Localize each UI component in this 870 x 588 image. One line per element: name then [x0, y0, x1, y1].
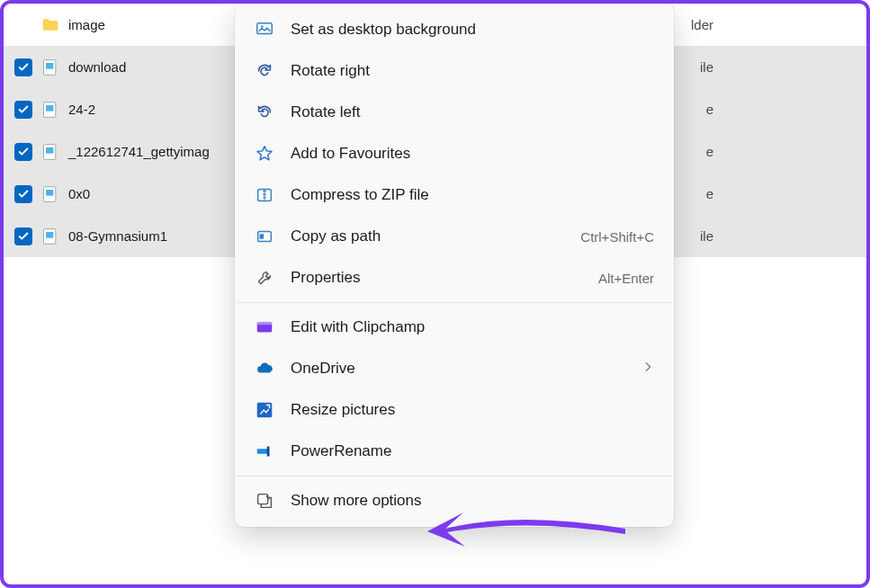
rotate-right-icon: [255, 61, 274, 81]
file-name: image: [68, 17, 221, 32]
svg-rect-16: [257, 323, 273, 325]
file-name: _122612741_gettyimag: [68, 144, 221, 159]
more-icon: [255, 491, 274, 511]
file-type: ile: [700, 59, 713, 75]
menu-label: Set as desktop background: [291, 21, 654, 39]
file-name: download: [68, 59, 221, 75]
clipchamp-icon: [255, 317, 274, 337]
file-name: 24-2: [68, 102, 221, 117]
menu-powerrename[interactable]: PowerRename: [235, 431, 674, 472]
onedrive-icon: [255, 359, 274, 379]
svg-rect-14: [260, 234, 265, 239]
powerrename-icon: [255, 441, 274, 461]
rotate-left-icon: [255, 102, 274, 122]
image-file-icon: [41, 143, 59, 161]
menu-label: PowerRename: [291, 442, 654, 460]
menu-label: Copy as path: [291, 227, 564, 245]
copy-path-icon: [255, 227, 274, 246]
svg-rect-5: [46, 147, 53, 154]
svg-point-11: [261, 25, 263, 27]
menu-add-favourites[interactable]: Add to Favourites: [235, 133, 674, 174]
image-file-icon: [41, 227, 59, 245]
image-file-icon: [41, 101, 59, 119]
menu-shortcut: Ctrl+Shift+C: [580, 229, 654, 245]
menu-label: Properties: [291, 269, 582, 287]
zip-icon: [255, 185, 274, 205]
file-type: e: [706, 102, 713, 117]
menu-label: Resize pictures: [291, 401, 654, 419]
menu-rotate-left[interactable]: Rotate left: [235, 92, 674, 133]
menu-compress-zip[interactable]: Compress to ZIP file: [235, 174, 674, 216]
menu-label: OneDrive: [291, 360, 625, 378]
svg-rect-19: [267, 447, 270, 457]
file-type: e: [706, 144, 713, 159]
image-file-icon: [41, 58, 59, 76]
menu-label: Rotate right: [291, 62, 654, 80]
file-name: 08-Gymnasium1: [68, 228, 221, 244]
menu-label: Compress to ZIP file: [291, 186, 654, 204]
menu-separator: [237, 302, 672, 303]
resize-icon: [255, 400, 274, 420]
svg-rect-3: [46, 105, 53, 111]
menu-onedrive[interactable]: OneDrive: [235, 348, 674, 389]
checkbox-checked[interactable]: [14, 101, 32, 119]
wrench-icon: [255, 268, 274, 288]
checkbox-checked[interactable]: [14, 227, 32, 245]
menu-properties[interactable]: Properties Alt+Enter: [235, 257, 674, 298]
menu-resize-pictures[interactable]: Resize pictures: [235, 389, 674, 431]
svg-rect-10: [257, 23, 273, 34]
context-menu: Set as desktop background Rotate right R…: [235, 4, 674, 527]
file-type: ile: [700, 228, 713, 244]
svg-rect-9: [46, 232, 53, 238]
svg-rect-7: [46, 190, 53, 196]
svg-rect-18: [257, 449, 269, 454]
menu-show-more-options[interactable]: Show more options: [235, 480, 674, 521]
desktop-bg-icon: [255, 20, 274, 40]
folder-icon: [41, 16, 59, 34]
menu-label: Add to Favourites: [291, 145, 654, 163]
menu-set-desktop-background[interactable]: Set as desktop background: [235, 9, 674, 50]
menu-edit-clipchamp[interactable]: Edit with Clipchamp: [235, 307, 674, 348]
checkbox-checked[interactable]: [14, 143, 32, 161]
chevron-right-icon: [641, 360, 654, 378]
image-file-icon: [41, 185, 59, 203]
checkbox-checked[interactable]: [14, 185, 32, 203]
file-type: e: [706, 186, 713, 201]
menu-label: Rotate left: [291, 103, 654, 121]
file-type: lder: [691, 17, 713, 32]
star-icon: [255, 144, 274, 164]
menu-separator: [237, 476, 672, 477]
checkbox-empty: [14, 16, 32, 34]
checkbox-checked[interactable]: [14, 58, 32, 76]
menu-copy-as-path[interactable]: Copy as path Ctrl+Shift+C: [235, 216, 674, 257]
menu-label: Edit with Clipchamp: [291, 318, 654, 336]
file-name: 0x0: [68, 186, 221, 201]
menu-rotate-right[interactable]: Rotate right: [235, 50, 674, 92]
svg-rect-1: [46, 63, 53, 69]
menu-shortcut: Alt+Enter: [598, 271, 654, 286]
menu-label: Show more options: [291, 492, 654, 510]
